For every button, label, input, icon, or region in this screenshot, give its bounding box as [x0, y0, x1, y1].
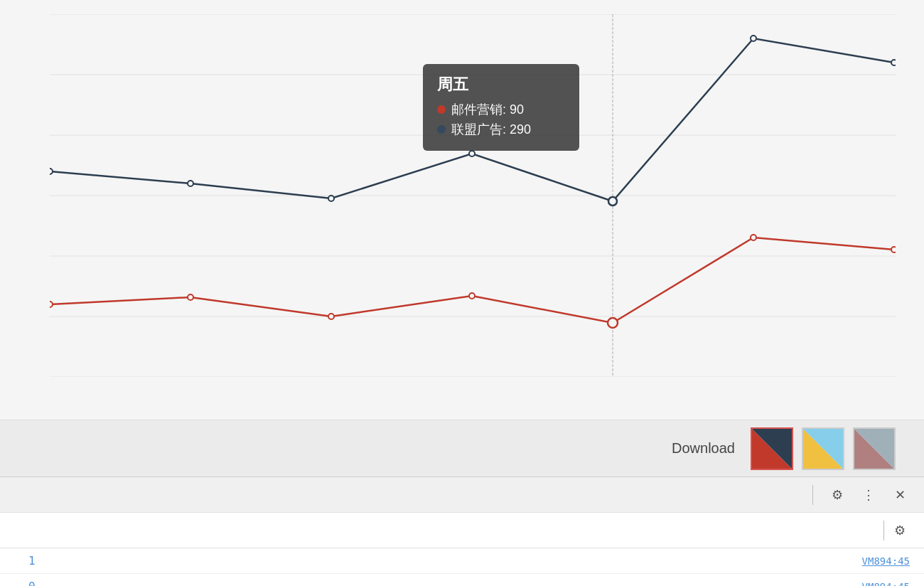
- toolbar-divider: [812, 485, 813, 505]
- theme-btn-blue-yellow[interactable]: [802, 427, 844, 470]
- theme-preview-dark-red: [752, 429, 792, 469]
- console-number-1: 1: [28, 554, 57, 568]
- console-location-2[interactable]: VM894:45: [862, 581, 910, 586]
- svg-point-33: [608, 318, 618, 328]
- chart-container: 0 100 200 300 400 500 600 周一 周二 周三 周四 周五…: [0, 0, 924, 420]
- console-location-1[interactable]: VM894:45: [862, 555, 910, 567]
- theme-btn-dark-red[interactable]: [751, 427, 793, 470]
- svg-point-32: [469, 293, 475, 299]
- chart-svg: 0 100 200 300 400 500 600 周一 周二 周三 周四 周五…: [50, 14, 896, 377]
- svg-point-27: [751, 36, 756, 41]
- svg-point-31: [328, 314, 334, 319]
- download-bar: Download: [0, 420, 924, 476]
- svg-point-25: [469, 151, 475, 156]
- console-row-1: 1 VM894:45: [0, 548, 924, 574]
- toolbar-bar: ⚙ ⋮ ✕: [0, 476, 924, 512]
- svg-point-24: [328, 196, 334, 201]
- console-number-2: 0: [28, 580, 57, 586]
- svg-point-26: [608, 197, 617, 206]
- theme-preview-blue-yellow: [803, 429, 843, 469]
- svg-point-28: [891, 60, 896, 65]
- svg-point-34: [751, 235, 756, 240]
- code-bar-divider: [883, 521, 884, 540]
- alliance-ads-line: [50, 38, 894, 201]
- email-marketing-line: [50, 238, 894, 323]
- svg-point-23: [188, 181, 193, 186]
- theme-btn-rose-gray[interactable]: [853, 427, 896, 470]
- console-row-2: 0 VM894:45: [0, 574, 924, 586]
- code-gear-icon[interactable]: ⚙: [890, 521, 910, 540]
- more-icon[interactable]: ⋮: [859, 485, 879, 505]
- theme-preview-rose-gray: [854, 429, 894, 469]
- console-area: 1 VM894:45 0 VM894:45 >: [0, 548, 924, 586]
- svg-point-35: [891, 247, 896, 252]
- close-icon[interactable]: ✕: [890, 485, 910, 505]
- svg-point-22: [50, 169, 53, 174]
- gear-icon[interactable]: ⚙: [827, 485, 847, 505]
- code-bar: ⚙: [0, 512, 924, 548]
- download-label: Download: [672, 440, 735, 457]
- svg-point-30: [188, 294, 193, 300]
- svg-point-29: [50, 302, 53, 307]
